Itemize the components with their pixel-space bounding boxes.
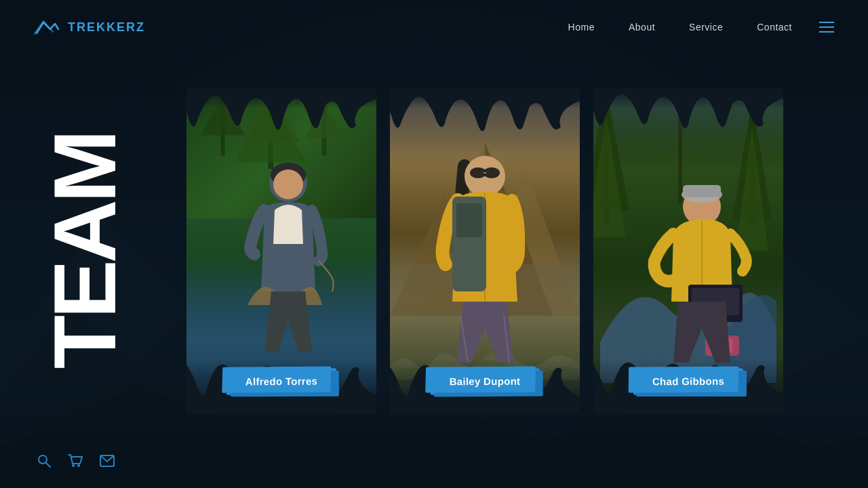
hamburger-menu[interactable] bbox=[819, 22, 834, 33]
card1-person bbox=[207, 142, 356, 373]
svg-line-47 bbox=[46, 463, 50, 467]
nav-link-service[interactable]: Service bbox=[689, 22, 723, 33]
nav-link-home[interactable]: Home bbox=[568, 22, 595, 33]
team-card-2: Bailey Dupont bbox=[390, 88, 580, 413]
team-card-1: Alfredo Torres bbox=[186, 88, 376, 413]
svg-point-22 bbox=[465, 156, 505, 197]
hamburger-line-1 bbox=[819, 22, 834, 23]
nav-link-about[interactable]: About bbox=[629, 22, 655, 33]
card1-brush-top bbox=[186, 88, 376, 152]
section-title: TEAM bbox=[41, 133, 129, 369]
card3-name-badge: Chad Gibbons bbox=[633, 369, 743, 394]
card1-name-badge: Alfredo Torres bbox=[226, 369, 336, 394]
nav-link-contact[interactable]: Contact bbox=[757, 22, 792, 33]
card3-brush-top bbox=[593, 88, 783, 152]
nav-item-about[interactable]: About bbox=[629, 21, 655, 33]
logo-text: TREKKERZ bbox=[68, 20, 145, 35]
svg-point-16 bbox=[273, 169, 303, 199]
svg-point-49 bbox=[77, 464, 80, 467]
cart-icon[interactable] bbox=[68, 454, 83, 471]
search-icon[interactable] bbox=[37, 454, 51, 471]
navbar: TREKKERZ Home About Service Contact bbox=[0, 0, 868, 54]
logo-icon bbox=[34, 17, 61, 37]
svg-point-46 bbox=[39, 455, 47, 464]
card2-brush-top bbox=[390, 88, 580, 152]
svg-rect-42 bbox=[683, 185, 721, 197]
team-card-3: Chad Gibbons bbox=[593, 88, 783, 413]
svg-rect-28 bbox=[456, 203, 482, 237]
nav-item-service[interactable]: Service bbox=[689, 21, 723, 33]
svg-point-48 bbox=[72, 464, 75, 467]
hamburger-line-2 bbox=[819, 26, 834, 28]
footer-icons bbox=[37, 454, 115, 471]
card2-person bbox=[403, 132, 566, 376]
logo-link[interactable]: TREKKERZ bbox=[34, 17, 145, 37]
hamburger-line-3 bbox=[819, 31, 834, 33]
card3-name: Chad Gibbons bbox=[652, 375, 724, 388]
mail-icon[interactable] bbox=[100, 455, 115, 470]
main-content: TEAM bbox=[0, 0, 868, 488]
nav-item-contact[interactable]: Contact bbox=[757, 21, 792, 33]
card1-name: Alfredo Torres bbox=[245, 375, 318, 388]
nav-item-home[interactable]: Home bbox=[568, 21, 595, 33]
card3-person bbox=[600, 139, 776, 383]
card2-name: Bailey Dupont bbox=[450, 375, 521, 388]
card2-name-badge: Bailey Dupont bbox=[431, 369, 540, 394]
nav-links: Home About Service Contact bbox=[568, 21, 792, 33]
team-cards-container: Alfredo Torres bbox=[142, 75, 827, 427]
